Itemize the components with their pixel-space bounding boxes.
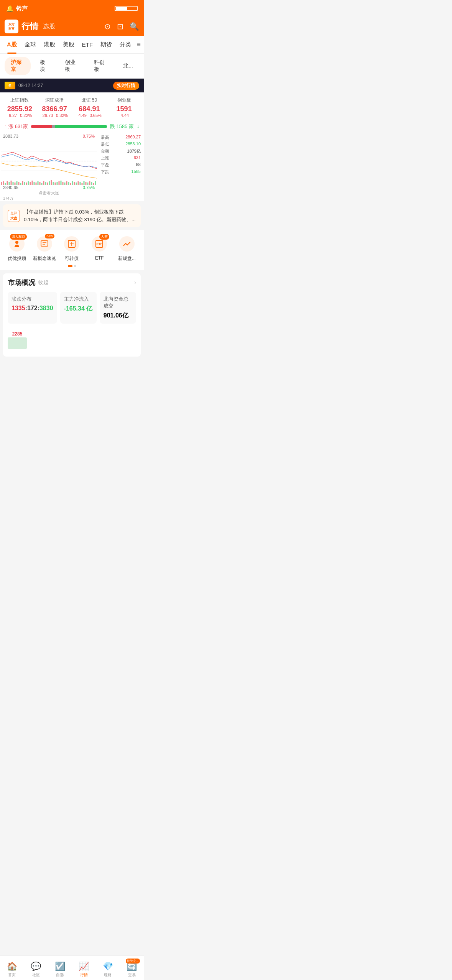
svg-rect-19 [30,182,31,185]
market-card-netflow[interactable]: 主力净流入 -165.34 亿 [60,292,97,324]
tools-pagination [0,265,144,267]
market-overview-title: 市场概况 [8,278,35,287]
subtab-board[interactable]: 板块 [34,57,55,75]
tab-us-shares[interactable]: 美股 [59,36,78,54]
tool-badge-advisor: 四大权益 [10,234,27,240]
chart-click-hint: 点击看大图 [38,190,59,196]
status-title: 铃声 [16,5,28,12]
realtime-label[interactable]: 实时行情 [113,82,139,90]
index-value-beijing50: 684.91 [79,105,100,113]
chart-svg [0,132,98,190]
svg-rect-48 [85,182,87,185]
svg-rect-47 [84,181,85,185]
svg-rect-38 [66,181,67,185]
stat-row-fall: 下跌 1585 [101,169,141,175]
index-card-shanghai[interactable]: 上证指数 2855.92 -6.27-0.22% [3,97,36,118]
svg-text:ETF: ETF [97,242,102,246]
index-name-shenzhen: 深证成指 [45,97,64,104]
svg-rect-37 [64,183,66,185]
svg-rect-39 [68,182,69,185]
svg-rect-36 [62,182,64,185]
dot-1 [68,265,72,267]
svg-rect-49 [87,183,89,185]
tab-hk-shares[interactable]: 港股 [40,36,59,54]
tab-a-shares[interactable]: A股 [3,36,21,54]
market-overview-header: 市场概况 收起 › [8,278,136,287]
subtab-shanghai-shenzhen[interactable]: 沪深京 [5,57,31,75]
news-badge-top: 点评 [10,211,17,216]
subtab-beijing[interactable]: 北... [117,60,139,72]
tab-futures[interactable]: 期货 [97,36,116,54]
news-text: 【午盘播报】沪指下跌 0.03%，创业板指下跌 0.10%，两市半日合计成交 3… [24,208,136,223]
header-title: 行情 [21,21,38,32]
svg-rect-14 [20,183,21,185]
market-collapse-button[interactable]: 收起 [38,279,48,286]
tool-etf[interactable]: ETF 大赛 ETF [86,235,113,262]
scan-icon[interactable]: ⊙ [104,22,111,31]
svg-rect-45 [80,182,81,185]
chart-area[interactable]: 2883.73 0.75% [0,132,98,201]
logo[interactable]: 东方 财富 [5,20,18,33]
stat-label-low: 最低 [101,141,109,147]
svg-rect-42 [74,182,75,185]
chart-stats-panel: 最高 2869.27 最低 2853.10 金额 1879亿 上涨 631 平盘… [98,132,144,201]
tool-convertible[interactable]: 可转债 [58,235,85,262]
netflow-title: 主力净流入 [64,296,93,303]
index-card-beijing50[interactable]: 北证 50 684.91 -4.49-0.65% [73,97,106,118]
tab-categories[interactable]: 分类 [116,36,135,54]
fall-bar-portion [55,125,107,128]
stat-val-fall: 1585 [131,169,141,175]
nav-more-icon[interactable]: ≡ [136,41,141,49]
stat-row-flat: 平盘 88 [101,162,141,168]
header-subtitle[interactable]: 选股 [43,23,55,31]
tab-global[interactable]: 全球 [21,36,40,54]
svg-rect-8 [9,182,10,185]
stat-label-rise: 上涨 [101,155,109,161]
svg-rect-21 [34,182,35,185]
northbound-title: 北向资金总成交 [104,296,132,309]
promo-banner[interactable]: 盈 08-12 14:27 实时行情 [0,79,144,92]
svg-rect-5 [3,181,4,185]
distribution-title: 涨跌分布 [12,296,53,303]
svg-rect-18 [28,181,29,185]
svg-rect-30 [51,180,52,185]
market-overview-section: 市场概况 收起 › 涨跌分布 1335:172:3830 主力净流入 -165.… [3,273,141,357]
index-name-beijing50: 北证 50 [82,97,97,104]
svg-rect-20 [32,181,33,185]
dot-2 [74,265,76,267]
share-icon[interactable]: ⊡ [117,22,123,31]
stat-row-rise: 上涨 631 [101,155,141,161]
svg-rect-11 [15,183,16,185]
distribution-value: 1335:172:3830 [12,305,53,312]
stat-label-fall: 下跌 [101,169,109,175]
svg-rect-28 [47,183,48,185]
news-banner[interactable]: 点评 大盘 【午盘播报】沪指下跌 0.03%，创业板指下跌 0.10%，两市半日… [3,204,141,227]
index-card-chinext[interactable]: 创业板 1591 -4.44 [107,97,141,118]
market-card-northbound[interactable]: 北向资金总成交 901.06亿 [100,292,136,324]
svg-rect-7 [7,181,8,185]
market-arrow-icon[interactable]: › [134,279,136,286]
stat-val-rise: 631 [134,155,141,161]
market-card-distribution[interactable]: 涨跌分布 1335:172:3830 [8,292,57,324]
subtab-chinext[interactable]: 创业板 [59,57,85,75]
tab-etf[interactable]: ETF [78,36,97,54]
svg-rect-32 [55,183,56,185]
subtab-star[interactable]: 科创板 [88,57,114,75]
tool-newrule[interactable]: 新规盘... [113,235,140,262]
index-change-shanghai: -6.27-0.22% [7,113,32,118]
stat-val-amount: 1879亿 [127,148,141,154]
svg-rect-15 [22,181,23,185]
index-card-shenzhen[interactable]: 深证成指 8366.97 -26.73-0.32% [38,97,71,118]
stat-label-flat: 平盘 [101,162,109,168]
tool-advisor[interactable]: 四大权益 优优投顾 [3,235,30,262]
svg-rect-40 [70,183,71,185]
battery-indicator [115,6,138,11]
index-cards-section: 上证指数 2855.92 -6.27-0.22% 深证成指 8366.97 -2… [0,92,144,121]
svg-rect-29 [49,181,50,185]
search-icon[interactable]: 🔍 [130,22,139,31]
stat-row-amount: 金额 1879亿 [101,148,141,154]
svg-rect-16 [24,182,25,185]
tool-concept[interactable]: new 新概念速览 [31,235,58,262]
stat-row-high: 最高 2869.27 [101,135,141,140]
stat-val-flat: 88 [136,162,141,168]
